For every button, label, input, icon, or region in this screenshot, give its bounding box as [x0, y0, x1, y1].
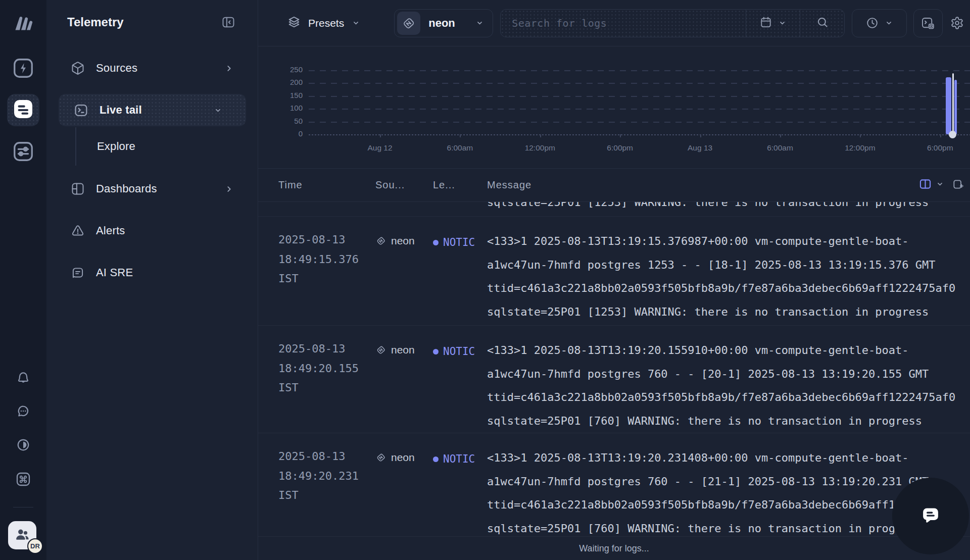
log-footer: Waiting for logs...: [258, 536, 970, 560]
column-header-level[interactable]: Le...: [433, 179, 455, 191]
x-axis-tick-mark: [380, 134, 381, 137]
log-message: <133>1 2025-08-13T13:19:15.376987+00:00 …: [487, 230, 970, 324]
log-level-text: NOTIC: [443, 345, 475, 358]
x-axis-tick-label: 12:00pm: [827, 143, 893, 152]
chat-dots-icon[interactable]: [16, 403, 31, 419]
log-level-text: NOTIC: [443, 453, 475, 465]
date-range-picker[interactable]: [746, 10, 800, 37]
page-title: Telemetry: [67, 15, 124, 29]
time-range-dropdown[interactable]: [852, 9, 907, 37]
main-area: Presets neon 250200150100500Aug 12: [258, 0, 970, 560]
columns-icon: [918, 177, 932, 191]
log-row[interactable]: 2025-08-13 18:49:20.231 ISTneonNOTIC<133…: [258, 433, 970, 536]
cube-icon: [71, 61, 85, 75]
column-header-source[interactable]: Sou...: [375, 179, 405, 191]
contrast-icon[interactable]: [16, 437, 31, 452]
x-axis-tick-label: Aug 12: [347, 143, 413, 152]
x-axis-tick-mark: [460, 134, 461, 137]
sidebar-item-alerts[interactable]: Alerts: [46, 215, 258, 247]
log-list[interactable]: sqlstate=25P01 [1253] WARNING: there is …: [258, 202, 970, 536]
log-source: neon: [375, 235, 415, 247]
speech-bubble-icon: [920, 504, 941, 528]
panel-collapse-icon[interactable]: [221, 15, 235, 31]
waiting-status: Waiting for logs...: [579, 543, 649, 554]
sidebar: Telemetry SourcesLive tailExploreDashboa…: [46, 0, 258, 560]
log-row[interactable]: 2025-08-13 18:49:20.155 ISTneonNOTIC<133…: [258, 326, 970, 433]
chevron-down-icon: [884, 18, 894, 28]
x-axis-tick-mark: [860, 134, 861, 137]
log-message: <133>1 2025-08-13T13:19:20.155910+00:00 …: [487, 339, 970, 433]
bolt-icon[interactable]: [12, 57, 35, 80]
sliders-icon[interactable]: [12, 140, 35, 163]
calendar-icon: [759, 16, 772, 31]
sidebar-item-ai-sre[interactable]: AI SRE: [46, 257, 258, 289]
live-tail-cursor[interactable]: [952, 73, 954, 134]
log-message-line: a1wc47un-7hmfd postgres 1253 - - [18-1] …: [487, 253, 970, 277]
column-header-time[interactable]: Time: [278, 179, 303, 191]
chat-fab-halo: [892, 478, 969, 554]
log-message-line: <133>1 2025-08-13T13:19:15.376987+00:00 …: [487, 230, 970, 253]
y-axis-tick-label: 50: [258, 117, 303, 125]
chevron-down-icon: [778, 18, 787, 28]
histogram-bar[interactable]: [954, 80, 957, 134]
source-selector[interactable]: neon: [394, 9, 493, 37]
log-level-text: NOTIC: [443, 236, 475, 248]
presets-dropdown[interactable]: Presets: [287, 15, 361, 31]
sidebar-item-explore[interactable]: Explore: [46, 130, 258, 163]
x-axis-tick-mark: [700, 134, 701, 137]
x-axis-tick-mark: [940, 134, 941, 137]
chat-fab-button[interactable]: [913, 499, 948, 533]
x-axis-tick-label: 6:00pm: [587, 143, 653, 152]
x-axis-tick-mark: [780, 134, 781, 137]
alert-icon: [71, 224, 85, 238]
log-source-name: neon: [391, 235, 415, 247]
command-icon[interactable]: [15, 471, 31, 487]
column-layout-toggle[interactable]: [918, 177, 945, 191]
user-initials-badge[interactable]: DR: [27, 538, 43, 554]
sidebar-item-label: AI SRE: [96, 266, 133, 279]
log-source-name: neon: [391, 451, 415, 464]
y-axis-tick-label: 250: [258, 65, 303, 74]
y-axis-tick-label: 150: [258, 91, 303, 99]
level-dot-icon: [433, 456, 439, 462]
query-console-button[interactable]: [913, 9, 943, 37]
log-volume-chart[interactable]: 250200150100500Aug 126:00am12:00pm6:00pm…: [258, 46, 970, 169]
icon-rail: DR: [0, 0, 46, 560]
live-tail-cursor-handle[interactable]: [949, 131, 956, 138]
x-axis-tick-label: 6:00am: [747, 143, 813, 152]
chevron-right-icon: [224, 63, 234, 74]
rail-item-livetail[interactable]: [7, 94, 39, 126]
rail-divider: [13, 507, 33, 507]
neon-logo-icon: [375, 344, 386, 355]
search-submit-button[interactable]: [800, 10, 844, 37]
sidebar-item-live-tail[interactable]: Live tail: [59, 94, 246, 126]
sidebar-item-dashboards[interactable]: Dashboards: [46, 173, 258, 205]
sidebar-item-sources[interactable]: Sources: [46, 52, 258, 84]
y-axis-tick-label: 100: [258, 104, 303, 112]
neon-logo-icon: [375, 452, 386, 463]
log-source: neon: [375, 451, 415, 464]
clipped-log-row[interactable]: sqlstate=25P01 [1253] WARNING: there is …: [258, 202, 970, 217]
level-dot-icon: [433, 240, 439, 245]
chevron-down-icon: [213, 106, 223, 115]
sidebar-item-label: Sources: [96, 62, 137, 75]
column-header-message[interactable]: Message: [487, 179, 531, 191]
gridline: [309, 122, 970, 123]
log-source: neon: [375, 344, 415, 356]
x-axis-tick-mark: [540, 134, 541, 137]
y-axis-tick-label: 0: [258, 129, 303, 138]
histogram-bar[interactable]: [946, 77, 951, 134]
add-column-icon[interactable]: [952, 178, 965, 191]
log-timestamp: 2025-08-13 18:49:20.155 IST: [278, 339, 359, 398]
x-axis-tick-label: 6:00pm: [907, 143, 970, 152]
sidebar-item-label: Alerts: [96, 224, 125, 237]
log-source-name: neon: [391, 344, 415, 356]
logs-icon: [12, 97, 35, 123]
log-row[interactable]: 2025-08-13 18:49:15.376 ISTneonNOTIC<133…: [258, 217, 970, 326]
chevron-down-icon: [475, 18, 484, 28]
log-level: NOTIC: [433, 345, 475, 358]
x-axis-tick-mark: [620, 134, 621, 137]
gear-icon[interactable]: [950, 16, 964, 30]
search-input[interactable]: [501, 10, 746, 37]
bell-icon[interactable]: [16, 370, 31, 385]
